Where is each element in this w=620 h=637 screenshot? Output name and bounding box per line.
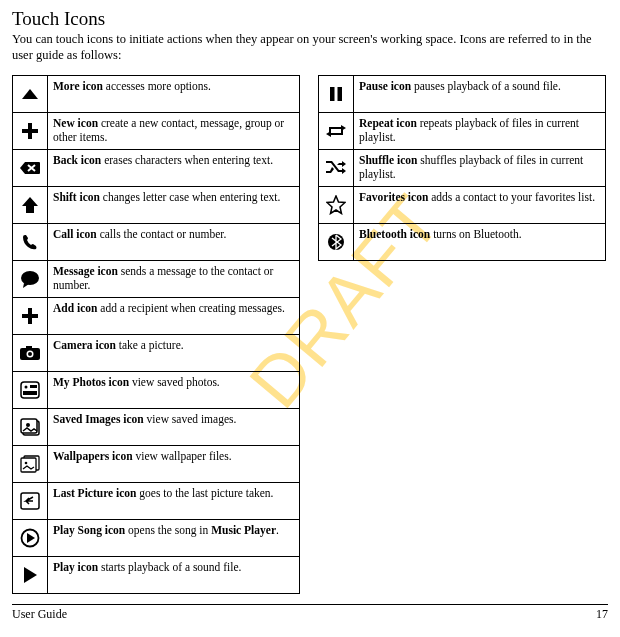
footer-left: User Guide (12, 607, 67, 622)
icon-desc: New icon create a new contact, message, … (48, 113, 300, 150)
icon-desc: Wallpapers icon view wallpaper files. (48, 446, 300, 483)
pause-icon (319, 76, 354, 113)
icon-desc: Add icon add a recipient when creating m… (48, 298, 300, 335)
bluetooth-icon (319, 224, 354, 261)
icon-desc: Shuffle icon shuffles playback of files … (354, 150, 606, 187)
table-row: Play Song icon opens the song in Music P… (13, 520, 300, 557)
section-title: Touch Icons (12, 8, 608, 30)
icon-desc: My Photos icon view saved photos. (48, 372, 300, 409)
table-row: Shuffle icon shuffles playback of files … (319, 150, 606, 187)
table-row: Back icon erases characters when enterin… (13, 150, 300, 187)
intro-text: You can touch icons to initiate actions … (12, 32, 608, 63)
my-photos-icon (13, 372, 48, 409)
icon-desc: Bluetooth icon turns on Bluetooth. (354, 224, 606, 261)
page-footer: User Guide 17 (12, 604, 608, 622)
svg-point-14 (25, 386, 28, 389)
svg-point-22 (25, 462, 28, 465)
table-row: Repeat icon repeats playback of files in… (319, 113, 606, 150)
svg-rect-27 (330, 87, 335, 101)
table-row: Pause icon pauses playback of a sound fi… (319, 76, 606, 113)
table-row: Play icon starts playback of a sound fil… (13, 557, 300, 594)
icon-desc: Last Picture icon goes to the last pictu… (48, 483, 300, 520)
icon-desc: Message icon sends a message to the cont… (48, 261, 300, 298)
svg-point-19 (26, 423, 30, 427)
svg-rect-10 (26, 346, 32, 349)
table-row: Message icon sends a message to the cont… (13, 261, 300, 298)
right-icon-table: Pause icon pauses playback of a sound fi… (318, 75, 606, 261)
table-row: Saved Images icon view saved images. (13, 409, 300, 446)
svg-marker-26 (24, 567, 37, 583)
table-row: Call icon calls the contact or number. (13, 224, 300, 261)
shuffle-icon (319, 150, 354, 187)
icon-desc: Call icon calls the contact or number. (48, 224, 300, 261)
footer-page-number: 17 (596, 607, 608, 622)
icon-desc: Play Song icon opens the song in Music P… (48, 520, 300, 557)
more-icon (13, 76, 48, 113)
icon-desc: Back icon erases characters when enterin… (48, 150, 300, 187)
left-icon-table: More icon accesses more options. New ico… (12, 75, 300, 594)
back-icon (13, 150, 48, 187)
svg-point-5 (21, 271, 39, 285)
table-row: Shift icon changes letter case when ente… (13, 187, 300, 224)
shift-icon (13, 187, 48, 224)
saved-images-icon (13, 409, 48, 446)
icon-desc: Pause icon pauses playback of a sound fi… (354, 76, 606, 113)
table-row: Last Picture icon goes to the last pictu… (13, 483, 300, 520)
icon-desc: More icon accesses more options. (48, 76, 300, 113)
new-icon (13, 113, 48, 150)
svg-rect-28 (338, 87, 343, 101)
table-row: Wallpapers icon view wallpaper files. (13, 446, 300, 483)
svg-rect-15 (30, 385, 37, 388)
table-row: Add icon add a recipient when creating m… (13, 298, 300, 335)
icon-desc: Camera icon take a picture. (48, 335, 300, 372)
favorites-icon (319, 187, 354, 224)
svg-point-12 (28, 352, 32, 356)
table-row: More icon accesses more options. (13, 76, 300, 113)
icon-desc: Play icon starts playback of a sound fil… (48, 557, 300, 594)
repeat-icon (319, 113, 354, 150)
icon-desc: Saved Images icon view saved images. (48, 409, 300, 446)
table-row: My Photos icon view saved photos. (13, 372, 300, 409)
table-row: Bluetooth icon turns on Bluetooth. (319, 224, 606, 261)
svg-rect-13 (21, 382, 39, 398)
svg-rect-16 (23, 391, 37, 395)
play-song-icon (13, 520, 48, 557)
svg-rect-21 (21, 458, 36, 472)
camera-icon (13, 335, 48, 372)
last-picture-icon (13, 483, 48, 520)
table-row: Camera icon take a picture. (13, 335, 300, 372)
svg-marker-0 (22, 89, 38, 99)
svg-rect-8 (22, 314, 38, 318)
call-icon (13, 224, 48, 261)
icon-desc: Repeat icon repeats playback of files in… (354, 113, 606, 150)
wallpapers-icon (13, 446, 48, 483)
table-row: New icon create a new contact, message, … (13, 113, 300, 150)
svg-marker-25 (27, 533, 35, 543)
message-icon (13, 261, 48, 298)
play-icon (13, 557, 48, 594)
icon-desc: Shift icon changes letter case when ente… (48, 187, 300, 224)
add-icon (13, 298, 48, 335)
icon-desc: Favorites icon adds a contact to your fa… (354, 187, 606, 224)
table-row: Favorites icon adds a contact to your fa… (319, 187, 606, 224)
svg-rect-2 (22, 129, 38, 133)
